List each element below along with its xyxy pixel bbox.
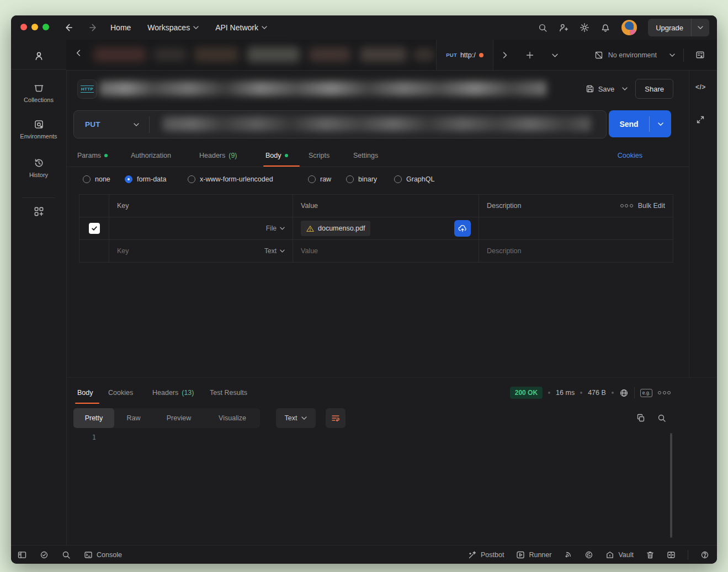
capture-requests-button[interactable] bbox=[564, 550, 572, 559]
save-as-example-button[interactable]: e.g. bbox=[640, 389, 652, 397]
key-type-selector[interactable]: File bbox=[266, 224, 285, 232]
scroll-tabs-left-button[interactable] bbox=[75, 50, 82, 56]
notifications-button[interactable] bbox=[601, 23, 610, 33]
url-input-blurred[interactable] bbox=[163, 117, 591, 131]
tab-body[interactable]: Body bbox=[265, 145, 288, 167]
value-cell[interactable]: Value bbox=[293, 240, 479, 262]
body-mode-binary[interactable]: binary bbox=[346, 175, 377, 184]
upgrade-caret-button[interactable] bbox=[692, 26, 709, 29]
share-button[interactable]: Share bbox=[635, 79, 673, 99]
body-mode-x-www-form-urlencoded[interactable]: x-www-form-urlencoded bbox=[188, 175, 273, 184]
row-checkbox-checked[interactable] bbox=[89, 223, 100, 234]
attached-file-chip[interactable]: documenso.pdf bbox=[301, 221, 370, 236]
wrap-lines-button[interactable] bbox=[326, 408, 346, 428]
save-options-button[interactable] bbox=[620, 85, 630, 93]
sidebar-item-collections[interactable]: Collections bbox=[11, 83, 66, 103]
avatar[interactable] bbox=[621, 20, 637, 35]
request-name-field-blurred[interactable] bbox=[99, 81, 546, 96]
tab-scripts[interactable]: Scripts bbox=[309, 145, 330, 167]
two-pane-layout-button[interactable] bbox=[667, 550, 676, 559]
minimize-button[interactable] bbox=[31, 24, 38, 30]
runner-button[interactable]: Runner bbox=[516, 550, 551, 559]
search-button[interactable] bbox=[538, 23, 548, 33]
view-preview[interactable]: Preview bbox=[153, 408, 205, 428]
upgrade-button[interactable]: Upgrade bbox=[648, 19, 709, 36]
tab-active-request[interactable]: PUT http:/ bbox=[436, 40, 493, 70]
bulk-edit-button[interactable]: Bulk Edit bbox=[638, 202, 665, 210]
description-cell[interactable] bbox=[479, 217, 603, 239]
tab-authorization[interactable]: Authorization bbox=[131, 145, 171, 167]
vault-button[interactable]: Vault bbox=[605, 550, 634, 559]
tab-options-button[interactable] bbox=[549, 49, 561, 61]
value-cell[interactable]: documenso.pdf bbox=[293, 217, 479, 239]
code-snippet-button[interactable]: </> bbox=[695, 83, 706, 91]
key-cell[interactable]: Key Text bbox=[109, 240, 293, 262]
body-mode-form-data[interactable]: form-data bbox=[125, 175, 167, 184]
view-raw[interactable]: Raw bbox=[114, 408, 153, 428]
body-mode-raw[interactable]: raw bbox=[308, 175, 331, 184]
expand-response-button[interactable] bbox=[696, 115, 705, 124]
view-pretty[interactable]: Pretty bbox=[73, 408, 114, 428]
response-scrollbar[interactable] bbox=[670, 433, 672, 538]
zoom-button[interactable] bbox=[42, 24, 49, 30]
key-cell[interactable]: File bbox=[109, 217, 293, 239]
upload-file-button[interactable] bbox=[454, 220, 471, 237]
postbot-button[interactable]: Postbot bbox=[468, 550, 504, 559]
response-tab-body[interactable]: Body bbox=[77, 382, 93, 404]
environment-selector[interactable]: No environment bbox=[594, 40, 675, 70]
api-health-button[interactable] bbox=[40, 550, 49, 559]
tab-blurred[interactable] bbox=[414, 49, 434, 61]
tab-blurred[interactable] bbox=[194, 47, 238, 62]
tab-settings[interactable]: Settings bbox=[353, 145, 378, 167]
search-response-button[interactable] bbox=[657, 414, 666, 423]
scroll-tabs-right-button[interactable] bbox=[499, 49, 511, 61]
environment-quick-look-button[interactable] bbox=[695, 50, 705, 60]
tab-params[interactable]: Params bbox=[77, 145, 108, 167]
new-tab-button[interactable] bbox=[524, 49, 536, 61]
pane-divider[interactable] bbox=[66, 377, 717, 378]
sidebar-item-profile[interactable] bbox=[34, 51, 44, 61]
forward-button[interactable] bbox=[88, 23, 98, 33]
toggle-sidebar-button[interactable] bbox=[18, 550, 26, 559]
response-tab-headers[interactable]: Headers(13) bbox=[152, 382, 194, 404]
column-options-button[interactable] bbox=[620, 204, 633, 207]
response-tab-test-results[interactable]: Test Results bbox=[210, 382, 247, 404]
trash-button[interactable] bbox=[646, 550, 655, 559]
response-options-button[interactable] bbox=[658, 391, 671, 394]
copy-response-button[interactable] bbox=[636, 414, 645, 423]
collections-icon bbox=[34, 83, 44, 93]
tab-blurred[interactable] bbox=[247, 47, 300, 62]
tab-blurred[interactable] bbox=[153, 49, 187, 61]
back-button[interactable] bbox=[63, 23, 73, 33]
invite-button[interactable] bbox=[559, 23, 568, 33]
settings-button[interactable] bbox=[580, 23, 589, 33]
cookies-manager-button[interactable] bbox=[584, 550, 593, 559]
find-button[interactable] bbox=[62, 550, 71, 559]
method-selector[interactable]: PUT bbox=[74, 120, 139, 129]
body-mode-graphql[interactable]: GraphQL bbox=[394, 175, 434, 184]
body-mode-none[interactable]: none bbox=[83, 175, 110, 184]
console-button[interactable]: Console bbox=[84, 550, 122, 559]
network-info-button[interactable] bbox=[619, 388, 629, 398]
tab-blurred[interactable] bbox=[360, 47, 407, 62]
sidebar-item-environments[interactable]: Environments bbox=[11, 119, 66, 140]
response-format-selector[interactable]: Text bbox=[276, 408, 316, 428]
tab-headers[interactable]: Headers(9) bbox=[199, 145, 237, 167]
send-button[interactable]: Send bbox=[609, 110, 671, 137]
sidebar-add-tools-button[interactable] bbox=[34, 206, 44, 217]
send-options-button[interactable] bbox=[650, 122, 671, 126]
tab-blurred[interactable] bbox=[94, 47, 146, 62]
copy-icon bbox=[636, 414, 645, 423]
view-visualize[interactable]: Visualize bbox=[205, 408, 260, 428]
nav-api-network[interactable]: API Network bbox=[215, 23, 267, 32]
save-button[interactable]: Save bbox=[586, 84, 615, 93]
response-tab-cookies[interactable]: Cookies bbox=[108, 382, 133, 404]
close-button[interactable] bbox=[20, 24, 27, 30]
nav-home[interactable]: Home bbox=[110, 23, 131, 32]
key-type-selector[interactable]: Text bbox=[264, 247, 285, 255]
description-cell[interactable]: Description bbox=[479, 240, 603, 262]
nav-workspaces[interactable]: Workspaces bbox=[147, 23, 199, 32]
cookies-link[interactable]: Cookies bbox=[618, 145, 642, 167]
tab-blurred[interactable] bbox=[309, 47, 350, 62]
help-button[interactable] bbox=[700, 550, 709, 559]
